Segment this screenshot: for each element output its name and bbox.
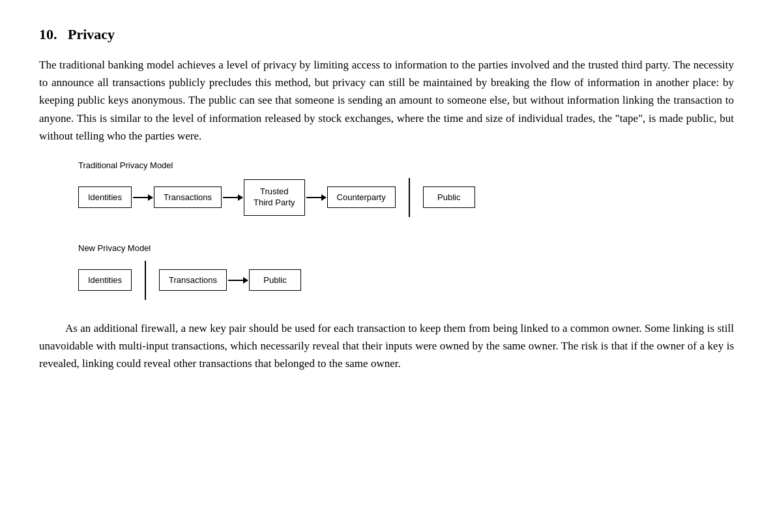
new-model-row: Identities Transactions Public	[78, 261, 734, 300]
transactions-box-new: Transactions	[159, 269, 227, 291]
traditional-model-diagram: Traditional Privacy Model Identities Tra…	[78, 160, 734, 217]
new-model-label: New Privacy Model	[78, 243, 734, 253]
arrow-1	[133, 197, 153, 198]
section-title: 10. Privacy	[39, 26, 734, 43]
arrow-new-1	[228, 280, 248, 281]
identities-box-traditional: Identities	[78, 186, 132, 208]
arrow-2	[223, 197, 242, 198]
vertical-separator-new	[145, 261, 146, 300]
paragraph-1: The traditional banking model achieves a…	[39, 56, 734, 145]
traditional-model-row: Identities Transactions TrustedThird Par…	[78, 178, 734, 217]
traditional-model-label: Traditional Privacy Model	[78, 160, 734, 170]
arrow-3	[306, 197, 326, 198]
vertical-separator-traditional	[409, 178, 410, 217]
counterparty-box: Counterparty	[327, 186, 396, 208]
diagrams-container: Traditional Privacy Model Identities Tra…	[78, 160, 734, 300]
transactions-box-traditional: Transactions	[154, 186, 222, 208]
identities-box-new: Identities	[78, 269, 132, 291]
public-box-new: Public	[249, 269, 301, 291]
public-box-traditional: Public	[423, 186, 475, 208]
new-model-diagram: New Privacy Model Identities Transaction…	[78, 243, 734, 300]
trusted-third-party-box: TrustedThird Party	[244, 179, 305, 216]
paragraph-2: As an additional firewall, a new key pai…	[39, 319, 734, 373]
